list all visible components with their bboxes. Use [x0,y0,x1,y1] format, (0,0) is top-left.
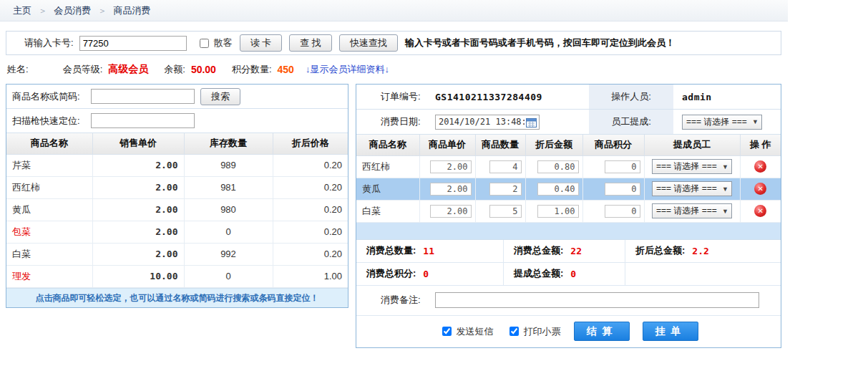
main-area: 商品名称或简码: 搜索 扫描枪快速定位: 商品名称 销售单价 库存数量 折后价格 [6,84,788,348]
discount-total-value: 2.2 [692,246,708,256]
col-operation: 操 作 [740,135,781,155]
order-table-header: 商品名称 商品单价 商品数量 折后金额 商品积分 提成员工 操 作 [356,135,781,155]
product-name: 西红柿 [6,176,92,198]
quantity-input[interactable] [489,183,522,196]
print-checkbox[interactable] [509,327,519,336]
consume-date-label: 消费日期: [356,110,435,134]
remark-label: 消费备注: [356,294,435,307]
quick-find-button[interactable]: 快速查找 [339,34,398,52]
order-no-row: 订单编号: GS1410211337284409 操作人员: admin [356,85,781,110]
balance-value: 50.00 [191,64,216,75]
delete-row-icon[interactable]: ✕ [754,160,766,173]
discount-amount-input[interactable] [537,183,579,196]
scan-locate-input[interactable] [91,113,195,128]
total-amount-value: 22 [570,246,582,256]
order-no-label: 订单编号: [356,85,435,109]
order-row-selected: 黄瓜 === 请选择 === ▼ ✕ [356,178,781,200]
col-product-points: 商品积分 [582,135,644,155]
quantity-input[interactable] [489,160,522,173]
product-search-input[interactable] [91,89,195,104]
order-product-name: 黄瓜 [356,178,419,200]
product-stock: 0 [184,265,273,287]
product-discount-price: 0.20 [273,176,348,198]
consume-date-input[interactable] [435,115,540,130]
product-row[interactable]: 白菜 2.00 992 0.20 [6,243,348,265]
total-points-value: 0 [423,269,429,279]
delete-row-icon[interactable]: ✕ [754,205,766,217]
col-quantity: 商品数量 [475,135,525,155]
breadcrumb-separator: ＞ [98,6,107,16]
summary-empty-cell [625,263,781,285]
col-stock: 库存数量 [184,133,273,154]
product-row[interactable]: 黄瓜 2.00 980 0.20 [6,198,348,221]
points-input[interactable] [605,183,640,196]
order-row: 白菜 === 请选择 === ▼ ✕ [356,200,781,222]
guest-checkbox[interactable] [200,39,209,48]
search-button[interactable]: 搜索 [200,88,240,105]
date-picker [435,115,540,130]
staff-select[interactable]: === 请选择 === ▼ [652,181,732,196]
delete-row-icon[interactable]: ✕ [754,183,766,195]
product-stock: 981 [184,176,273,198]
remark-input[interactable] [435,292,759,308]
guest-checkbox-group: 散客 [197,37,233,50]
hold-order-button[interactable]: 挂单 [643,322,698,341]
staff-select-value: === 请选择 === [656,183,717,195]
unit-price-input[interactable] [430,205,472,218]
member-name-label: 姓名: [7,63,29,76]
action-row: 发送短信 打印小票 结算 挂单 [356,316,781,347]
breadcrumb-home[interactable]: 主页 [13,5,31,16]
read-card-button[interactable]: 读 卡 [240,34,283,52]
col-discount-amount: 折后金额 [525,135,582,155]
product-row[interactable]: 芹菜 2.00 989 0.20 [6,154,348,176]
order-product-name: 白菜 [356,200,419,222]
product-panel: 商品名称或简码: 搜索 扫描枪快速定位: 商品名称 销售单价 库存数量 折后价格 [6,84,348,308]
find-button[interactable]: 查 找 [289,34,332,52]
product-row[interactable]: 西红柿 2.00 981 0.20 [6,176,348,198]
staff-select[interactable]: === 请选择 === ▼ [652,203,732,218]
product-row[interactable]: 理发 10.00 0 1.00 [6,265,348,287]
product-stock: 0 [184,221,273,243]
product-stock: 980 [184,198,273,221]
col-commission-staff: 提成员工 [644,135,740,155]
col-sale-price: 销售单价 [92,133,184,154]
points-label: 积分数量: [232,63,272,76]
product-stock: 989 [184,154,273,176]
product-discount-price: 0.20 [273,221,348,243]
discount-amount-input[interactable] [537,160,579,173]
print-checkbox-group: 打印小票 [507,324,561,338]
product-stock: 992 [184,243,273,265]
balance-label: 余额: [164,63,185,76]
staff-select-value: === 请选择 === [656,160,717,173]
breadcrumb-member-consume[interactable]: 会员消费 [54,5,91,16]
calendar-icon[interactable] [526,117,537,130]
order-table: 商品名称 商品单价 商品数量 折后金额 商品积分 提成员工 操 作 西红柿 [356,135,781,223]
points-input[interactable] [605,205,640,218]
settle-button[interactable]: 结算 [574,322,630,341]
staff-commission-select[interactable]: === 请选择 === ▼ [682,115,762,130]
unit-price-input[interactable] [430,160,472,173]
unit-price-input[interactable] [430,183,472,196]
order-product-name: 西红柿 [356,155,419,178]
product-row[interactable]: 包菜 2.00 0 0.20 [6,221,348,243]
col-order-product-name: 商品名称 [356,135,419,155]
product-price: 2.00 [92,243,184,265]
product-panel-hint: 点击商品即可轻松选定，也可以通过名称或简码进行搜索或条码直接定位！ [6,288,348,307]
points-value: 450 [278,64,294,75]
scan-locate-label: 扫描枪快速定位: [12,115,91,127]
product-name: 包菜 [6,221,92,243]
breadcrumb: 主页 ＞ 会员消费 ＞ 商品消费 [0,0,788,21]
card-number-input[interactable] [79,36,187,51]
card-search-box: 请输入卡号: 散客 读 卡 查 找 快速查找 输入卡号或者卡面号码或者手机号码，… [6,31,781,55]
show-member-detail-link[interactable]: ↓显示会员详细资料↓ [306,63,389,76]
card-search-hint: 输入卡号或者卡面号码或者手机号码，按回车即可定位到此会员！ [405,37,675,49]
sms-checkbox[interactable] [442,327,452,336]
discount-amount-input[interactable] [537,205,579,218]
product-table: 商品名称 销售单价 库存数量 折后价格 芹菜 2.00 989 0.20 西红柿 [6,133,348,288]
discount-total-label: 折后总金额: [635,244,685,257]
product-price: 2.00 [92,154,184,176]
quantity-input[interactable] [489,205,522,218]
points-input[interactable] [605,160,640,173]
staff-select[interactable]: === 请选择 === ▼ [652,159,732,174]
product-discount-price: 0.20 [273,154,348,176]
